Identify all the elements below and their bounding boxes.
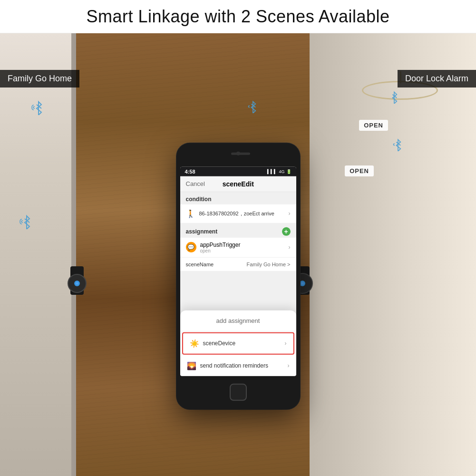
add-assignment-button[interactable]: +: [282, 227, 291, 235]
assignment-text: appPushTrigger open: [200, 241, 289, 253]
notification-label: send notification reminders: [200, 362, 268, 369]
scene-edit-title: sceneEdit: [223, 180, 254, 187]
status-time: 4:58: [185, 168, 195, 174]
scene-device-chevron: ›: [285, 340, 287, 347]
status-bar: 4:58 ▍▍▍ 4G 🔋: [180, 166, 296, 176]
open-badge-3: OPEN: [345, 165, 374, 176]
condition-text: 86-18367802092，zoeEct arrive: [199, 210, 289, 217]
condition-section-header: condition: [180, 192, 296, 204]
signal-bars: ▍▍▍: [267, 169, 277, 174]
assignment-sub: open: [200, 248, 289, 253]
scene-device-label: sceneDevice: [203, 340, 236, 347]
assignment-item-push[interactable]: 💬 appPushTrigger open ›: [180, 237, 296, 257]
battery-icon: 🔋: [286, 169, 291, 174]
scene-name-row[interactable]: sceneName Family Go Home >: [180, 257, 296, 271]
cancel-button[interactable]: Cancel: [186, 180, 205, 187]
bluetooth-icon-2: [19, 214, 34, 233]
phone-screen: 4:58 ▍▍▍ 4G 🔋 Cancel sceneEdit co: [180, 166, 296, 376]
main-area: Family Go Home: [0, 33, 476, 476]
app-content: condition 🚶 86-18367802092，zoeEct arrive…: [180, 192, 296, 373]
assignment-section-header: assignment +: [180, 223, 296, 237]
bluetooth-icon-1: [31, 100, 46, 118]
lock-circle-left: [68, 274, 87, 293]
scene-name-label: sceneName: [186, 261, 214, 267]
condition-icon: 🚶: [186, 209, 195, 218]
lock-dot-left: [74, 281, 80, 286]
condition-item[interactable]: 🚶 86-18367802092，zoeEct arrive ›: [180, 204, 296, 223]
network-type: 4G: [279, 169, 284, 174]
app-header: Cancel sceneEdit: [180, 176, 296, 192]
status-icons: ▍▍▍ 4G 🔋: [267, 169, 291, 174]
scene-device-left: ☀️ sceneDevice: [190, 339, 236, 348]
assignment-push-icon: 💬: [186, 242, 196, 253]
page-title: Smart Linkage with 2 Scenes Available: [86, 7, 389, 27]
assignment-name: appPushTrigger: [200, 241, 289, 248]
open-badge-2: OPEN: [359, 120, 388, 131]
assignment-label: assignment: [186, 228, 218, 234]
bluetooth-icon-right-2: [391, 138, 405, 155]
scene-label-right: Door Lock Alarm: [398, 70, 476, 87]
bluetooth-icon-right-3: [388, 90, 401, 107]
notification-left: 🌄 send notification reminders: [187, 361, 268, 370]
scene-device-item[interactable]: ☀️ sceneDevice ›: [182, 332, 294, 354]
bottom-sheet: add assignment ☀️ sceneDevice ›: [180, 310, 296, 373]
notification-reminders-item[interactable]: 🌄 send notification reminders ›: [180, 355, 296, 373]
assignment-chevron: ›: [289, 244, 291, 251]
phone-container: 4:58 ▍▍▍ 4G 🔋 Cancel sceneEdit co: [176, 143, 300, 409]
bluetooth-icon-right-1: [246, 100, 260, 117]
condition-chevron: ›: [289, 210, 291, 217]
scene-label-left: Family Go Home: [0, 70, 79, 87]
notification-icon: 🌄: [187, 361, 196, 370]
page-header: Smart Linkage with 2 Scenes Available: [0, 0, 476, 33]
lock-dot-right: [300, 281, 305, 286]
scene-device-icon: ☀️: [190, 339, 199, 348]
scene-name-value: Family Go Home >: [247, 261, 291, 267]
bottom-sheet-title: add assignment: [180, 310, 296, 331]
phone-home-button[interactable]: [230, 383, 247, 400]
phone-body: 4:58 ▍▍▍ 4G 🔋 Cancel sceneEdit co: [176, 143, 300, 409]
notification-chevron: ›: [288, 362, 290, 369]
phone-speaker: [231, 152, 250, 155]
